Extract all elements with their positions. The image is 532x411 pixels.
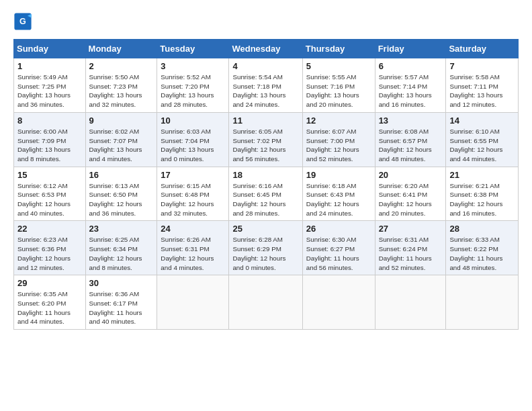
- day-info: Sunrise: 6:35 AM Sunset: 6:20 PM Dayligh…: [17, 289, 82, 326]
- day-number: 2: [89, 61, 154, 71]
- day-info: Sunrise: 6:18 AM Sunset: 6:43 PM Dayligh…: [306, 181, 371, 218]
- calendar-day-cell: [446, 275, 519, 330]
- day-number: 1: [17, 61, 82, 71]
- day-number: 5: [306, 61, 371, 71]
- calendar-day-cell: 11Sunrise: 6:05 AM Sunset: 7:02 PM Dayli…: [229, 112, 302, 167]
- day-info: Sunrise: 6:20 AM Sunset: 6:41 PM Dayligh…: [379, 181, 443, 218]
- calendar-day-cell: 30Sunrise: 6:36 AM Sunset: 6:17 PM Dayli…: [85, 275, 157, 330]
- calendar-header-cell: Tuesday: [157, 40, 229, 58]
- day-number: 13: [379, 116, 443, 126]
- calendar-day-cell: 22Sunrise: 6:23 AM Sunset: 6:36 PM Dayli…: [14, 221, 86, 275]
- calendar-day-cell: 5Sunrise: 5:55 AM Sunset: 7:16 PM Daylig…: [302, 58, 375, 113]
- day-number: 17: [161, 170, 225, 180]
- calendar-day-cell: 4Sunrise: 5:54 AM Sunset: 7:18 PM Daylig…: [229, 58, 302, 113]
- day-info: Sunrise: 6:03 AM Sunset: 7:04 PM Dayligh…: [161, 127, 225, 164]
- day-number: 30: [89, 278, 154, 288]
- day-number: 25: [232, 224, 298, 234]
- calendar-header-cell: Thursday: [302, 40, 375, 58]
- calendar-week-row: 1Sunrise: 5:49 AM Sunset: 7:25 PM Daylig…: [14, 58, 519, 113]
- calendar-day-cell: 21Sunrise: 6:21 AM Sunset: 6:38 PM Dayli…: [446, 167, 519, 221]
- calendar-day-cell: 13Sunrise: 6:08 AM Sunset: 6:57 PM Dayli…: [375, 112, 446, 167]
- day-number: 24: [161, 224, 225, 234]
- calendar-day-cell: 12Sunrise: 6:07 AM Sunset: 7:00 PM Dayli…: [302, 112, 375, 167]
- day-info: Sunrise: 6:30 AM Sunset: 6:27 PM Dayligh…: [306, 235, 371, 272]
- calendar-header-cell: Friday: [375, 40, 446, 58]
- calendar-day-cell: [302, 275, 375, 330]
- day-number: 29: [17, 278, 82, 288]
- header: G: [13, 12, 519, 31]
- calendar-day-cell: 16Sunrise: 6:13 AM Sunset: 6:50 PM Dayli…: [85, 167, 157, 221]
- day-info: Sunrise: 6:16 AM Sunset: 6:45 PM Dayligh…: [232, 181, 298, 218]
- day-info: Sunrise: 6:13 AM Sunset: 6:50 PM Dayligh…: [89, 181, 154, 218]
- day-number: 9: [89, 116, 154, 126]
- calendar-week-row: 8Sunrise: 6:00 AM Sunset: 7:09 PM Daylig…: [14, 112, 519, 167]
- calendar-day-cell: 28Sunrise: 6:33 AM Sunset: 6:22 PM Dayli…: [446, 221, 519, 275]
- day-number: 6: [379, 61, 443, 71]
- calendar-day-cell: 7Sunrise: 5:58 AM Sunset: 7:11 PM Daylig…: [446, 58, 519, 113]
- calendar-day-cell: 25Sunrise: 6:28 AM Sunset: 6:29 PM Dayli…: [229, 221, 302, 275]
- calendar-day-cell: 2Sunrise: 5:50 AM Sunset: 7:23 PM Daylig…: [85, 58, 157, 113]
- day-info: Sunrise: 6:33 AM Sunset: 6:22 PM Dayligh…: [449, 235, 515, 272]
- day-info: Sunrise: 5:49 AM Sunset: 7:25 PM Dayligh…: [17, 73, 82, 109]
- calendar-day-cell: 20Sunrise: 6:20 AM Sunset: 6:41 PM Dayli…: [375, 167, 446, 221]
- day-number: 18: [232, 170, 298, 180]
- calendar-header-cell: Monday: [85, 40, 157, 58]
- calendar-body: 1Sunrise: 5:49 AM Sunset: 7:25 PM Daylig…: [14, 58, 519, 330]
- calendar-day-cell: 3Sunrise: 5:52 AM Sunset: 7:20 PM Daylig…: [157, 58, 229, 113]
- day-info: Sunrise: 5:55 AM Sunset: 7:16 PM Dayligh…: [306, 73, 371, 109]
- day-info: Sunrise: 6:08 AM Sunset: 6:57 PM Dayligh…: [379, 127, 443, 164]
- day-number: 26: [306, 224, 371, 234]
- calendar-day-cell: 23Sunrise: 6:25 AM Sunset: 6:34 PM Dayli…: [85, 221, 157, 275]
- calendar-day-cell: 27Sunrise: 6:31 AM Sunset: 6:24 PM Dayli…: [375, 221, 446, 275]
- day-info: Sunrise: 6:23 AM Sunset: 6:36 PM Dayligh…: [17, 235, 82, 272]
- day-info: Sunrise: 6:36 AM Sunset: 6:17 PM Dayligh…: [89, 289, 154, 326]
- calendar-day-cell: 8Sunrise: 6:00 AM Sunset: 7:09 PM Daylig…: [14, 112, 86, 167]
- day-number: 3: [161, 61, 225, 71]
- day-number: 10: [161, 116, 225, 126]
- day-info: Sunrise: 6:12 AM Sunset: 6:53 PM Dayligh…: [17, 181, 82, 218]
- calendar-day-cell: 14Sunrise: 6:10 AM Sunset: 6:55 PM Dayli…: [446, 112, 519, 167]
- calendar-day-cell: 18Sunrise: 6:16 AM Sunset: 6:45 PM Dayli…: [229, 167, 302, 221]
- day-number: 22: [17, 224, 82, 234]
- day-info: Sunrise: 6:00 AM Sunset: 7:09 PM Dayligh…: [17, 127, 82, 164]
- calendar-header-row: SundayMondayTuesdayWednesdayThursdayFrid…: [14, 40, 519, 58]
- day-number: 4: [232, 61, 298, 71]
- day-info: Sunrise: 5:57 AM Sunset: 7:14 PM Dayligh…: [379, 73, 443, 109]
- calendar-week-row: 15Sunrise: 6:12 AM Sunset: 6:53 PM Dayli…: [14, 167, 519, 221]
- day-info: Sunrise: 6:25 AM Sunset: 6:34 PM Dayligh…: [89, 235, 154, 272]
- calendar-week-row: 22Sunrise: 6:23 AM Sunset: 6:36 PM Dayli…: [14, 221, 519, 275]
- calendar-header-cell: Sunday: [14, 40, 86, 58]
- calendar-day-cell: 1Sunrise: 5:49 AM Sunset: 7:25 PM Daylig…: [14, 58, 86, 113]
- day-info: Sunrise: 6:15 AM Sunset: 6:48 PM Dayligh…: [161, 181, 225, 218]
- day-info: Sunrise: 6:10 AM Sunset: 6:55 PM Dayligh…: [449, 127, 515, 164]
- day-info: Sunrise: 6:31 AM Sunset: 6:24 PM Dayligh…: [379, 235, 443, 272]
- day-number: 16: [89, 170, 154, 180]
- calendar-day-cell: 19Sunrise: 6:18 AM Sunset: 6:43 PM Dayli…: [302, 167, 375, 221]
- day-number: 15: [17, 170, 82, 180]
- calendar-day-cell: 6Sunrise: 5:57 AM Sunset: 7:14 PM Daylig…: [375, 58, 446, 113]
- day-number: 27: [379, 224, 443, 234]
- day-number: 21: [449, 170, 515, 180]
- svg-text:G: G: [19, 17, 26, 26]
- day-info: Sunrise: 6:07 AM Sunset: 7:00 PM Dayligh…: [306, 127, 371, 164]
- calendar-day-cell: 24Sunrise: 6:26 AM Sunset: 6:31 PM Dayli…: [157, 221, 229, 275]
- day-number: 14: [449, 116, 515, 126]
- calendar-day-cell: [229, 275, 302, 330]
- day-info: Sunrise: 6:26 AM Sunset: 6:31 PM Dayligh…: [161, 235, 225, 272]
- calendar-header-cell: Saturday: [446, 40, 519, 58]
- logo: G: [13, 12, 34, 31]
- day-info: Sunrise: 5:50 AM Sunset: 7:23 PM Dayligh…: [89, 73, 154, 109]
- day-info: Sunrise: 5:52 AM Sunset: 7:20 PM Dayligh…: [161, 73, 225, 109]
- day-info: Sunrise: 5:54 AM Sunset: 7:18 PM Dayligh…: [232, 73, 298, 109]
- day-number: 19: [306, 170, 371, 180]
- day-number: 8: [17, 116, 82, 126]
- calendar-day-cell: 15Sunrise: 6:12 AM Sunset: 6:53 PM Dayli…: [14, 167, 86, 221]
- calendar-day-cell: 17Sunrise: 6:15 AM Sunset: 6:48 PM Dayli…: [157, 167, 229, 221]
- calendar-day-cell: 10Sunrise: 6:03 AM Sunset: 7:04 PM Dayli…: [157, 112, 229, 167]
- calendar-header-cell: Wednesday: [229, 40, 302, 58]
- day-number: 23: [89, 224, 154, 234]
- logo-icon: G: [13, 12, 32, 31]
- calendar: SundayMondayTuesdayWednesdayThursdayFrid…: [13, 39, 519, 330]
- day-number: 11: [232, 116, 298, 126]
- day-info: Sunrise: 6:21 AM Sunset: 6:38 PM Dayligh…: [449, 181, 515, 218]
